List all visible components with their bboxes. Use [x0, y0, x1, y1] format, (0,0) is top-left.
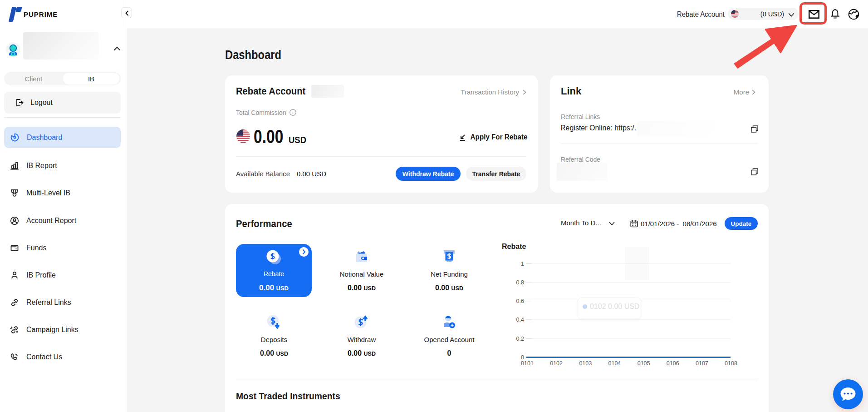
svg-text:0103: 0103 — [579, 360, 592, 367]
svg-text:0107: 0107 — [696, 360, 708, 367]
svg-text:0108: 0108 — [725, 360, 737, 367]
svg-text:0: 0 — [521, 354, 524, 361]
svg-text:0104: 0104 — [608, 360, 621, 367]
svg-text:0.4: 0.4 — [516, 317, 524, 323]
svg-text:1: 1 — [521, 261, 524, 267]
svg-text:0106: 0106 — [667, 360, 679, 367]
svg-text:0.2: 0.2 — [516, 336, 524, 342]
svg-text:0105: 0105 — [638, 360, 650, 367]
svg-text:0102: 0102 — [550, 360, 563, 367]
svg-text:0.8: 0.8 — [516, 279, 524, 286]
svg-text:0.6: 0.6 — [516, 298, 524, 304]
svg-text:0101: 0101 — [521, 360, 534, 367]
